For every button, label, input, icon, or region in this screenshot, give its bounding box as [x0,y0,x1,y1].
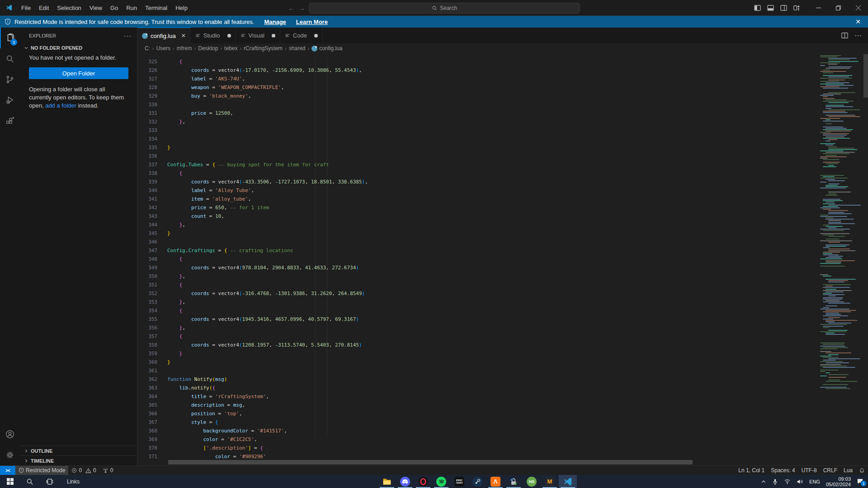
code-line[interactable]: 357 { [137,332,868,341]
menu-terminal[interactable]: Terminal [141,3,171,13]
tab-dirty-icon[interactable] [272,34,275,38]
activity-run-debug-icon[interactable] [0,90,20,111]
code-line[interactable]: 339 coords = vector4(-433.3506, -1727.10… [137,178,868,186]
code-line[interactable]: 367 style = { [137,418,868,427]
code-line[interactable]: 365 description = msg, [137,401,868,409]
outline-section-header[interactable]: OUTLINE [20,446,137,455]
code-line[interactable]: 358 coords = vector4(1208.1957, -3113.57… [137,341,868,349]
activity-search-icon[interactable] [0,48,20,69]
minimap[interactable] [820,53,862,465]
code-line[interactable]: 344 }, [137,221,868,229]
code-line[interactable]: 362function Notify(msg) [137,375,868,384]
breadcrumb-item[interactable]: config.lua [311,45,342,52]
taskbar-app-medal[interactable]: M [541,475,559,488]
code-line[interactable]: 366 position = 'top', [137,409,868,418]
tray-chevron-icon[interactable] [761,479,766,484]
taskbar-app-fivem[interactable]: Λ [486,475,505,488]
code-line[interactable]: 355 coords = vector4(1945.3416, 4657.099… [137,315,868,324]
cursor-position-status[interactable]: Ln 1, Col 1 [735,466,768,475]
code-line[interactable]: 329 buy = 'black_money', [137,92,868,100]
code-line[interactable]: 335} [137,143,868,152]
split-editor-icon[interactable] [841,32,848,39]
editor-more-actions-icon[interactable]: ··· [854,32,862,40]
code-line[interactable]: 354 { [137,306,868,315]
code-line[interactable]: 338 { [137,169,868,178]
breadcrumb-item[interactable]: mfrem [177,45,192,52]
account-icon[interactable] [0,424,20,445]
breadcrumb-item[interactable]: rCraftingSystem [244,45,283,52]
code-line[interactable]: 343 count = 10, [137,212,868,221]
language-indicator[interactable]: ENG [809,479,820,484]
menu-file[interactable]: File [17,3,35,13]
breadcrumb-item[interactable]: C: [145,45,150,52]
timeline-section-header[interactable]: TIMELINE [20,455,137,465]
banner-close-icon[interactable]: ✕ [853,18,863,25]
code-line[interactable]: 356 }, [137,324,868,332]
breadcrumb-item[interactable]: Desktop [198,45,218,52]
code-line[interactable]: 347Config.Craftings = { -- crafting loca… [137,246,868,255]
add-folder-link[interactable]: add a folder [45,102,76,109]
menu-run[interactable]: Run [122,3,141,13]
wifi-icon[interactable] [784,479,791,484]
clock[interactable]: 09:03 05/02/2024 [826,476,851,487]
no-folder-section-header[interactable]: NO FOLDER OPENED [20,43,137,52]
code-area[interactable]: 325 {326 coords = vector4(-17.0170, -215… [137,53,868,465]
code-line[interactable]: 353 }, [137,298,868,306]
tab-close-icon[interactable]: ✕ [181,33,186,39]
code-line[interactable]: 328 weapon = 'WEAPON_COMPACTRIFLE', [137,83,868,92]
code-line[interactable]: 327 label = 'AKS-74U', [137,75,868,83]
nav-back-icon[interactable]: ← [288,4,295,12]
toggle-panel-icon[interactable] [767,5,774,11]
activity-explorer-icon[interactable]: 3 [0,28,20,48]
tab-config-lua[interactable]: config.lua✕ [137,28,191,43]
vertical-scrollbar[interactable] [863,54,868,98]
tab-dirty-icon[interactable] [314,34,318,38]
restricted-mode-status[interactable]: Restricted Mode [15,466,68,475]
code-line[interactable]: 359 } [137,349,868,358]
nav-forward-icon[interactable]: → [298,4,305,12]
search-input[interactable]: Search [309,3,580,14]
language-mode-status[interactable]: Lua [840,466,856,475]
menu-selection[interactable]: Selection [53,3,85,13]
code-line[interactable]: 350 }, [137,272,868,281]
toggle-sidebar-icon[interactable] [754,5,761,11]
taskbar-app-epic-games[interactable]: EPICGAMES [450,475,468,488]
code-line[interactable]: 325 { [137,57,868,66]
code-line[interactable]: 342 price = 650, -- for 1 item [137,203,868,212]
code-line[interactable]: 337Config.Tubes = { -- buying spot for t… [137,160,868,169]
code-line[interactable]: 348 { [137,255,868,263]
remote-indicator[interactable]: >< [0,466,15,475]
code-line[interactable]: 345} [137,229,868,238]
microphone-icon[interactable] [772,479,778,485]
code-line[interactable]: 360} [137,358,868,366]
code-line[interactable]: 341 item = 'alloy_tube', [137,195,868,203]
code-line[interactable]: 340 label = 'Alloy Tube', [137,186,868,195]
menu-go[interactable]: Go [106,3,122,13]
code-line[interactable]: 363 lib.notify({ [137,384,868,392]
taskbar-app-file-explorer[interactable] [378,475,396,488]
explorer-actions-icon[interactable]: ··· [124,32,132,39]
taskbar-app-discord[interactable] [396,475,414,488]
eol-status[interactable]: CRLF [820,466,840,475]
close-button[interactable] [848,0,868,16]
activity-extensions-icon[interactable] [0,111,20,131]
errors-warnings-status[interactable]: 0 0 [68,466,99,475]
breadcrumb[interactable]: C:›Users›mfrem›Desktop›tebex›rCraftingSy… [137,43,868,53]
open-folder-button[interactable]: Open Folder [29,67,128,79]
taskbar-app-vscode[interactable] [559,475,577,488]
taskbar-app-vpn-lock[interactable] [505,475,523,488]
tab-code[interactable]: Code [280,28,323,43]
code-line[interactable]: 336 [137,152,868,160]
task-view-icon[interactable] [40,475,60,488]
notification-center-icon[interactable]: 1 [857,478,863,485]
code-line[interactable]: 352 coords = vector4(-316.4768, -1301.93… [137,289,868,298]
settings-gear-icon[interactable] [0,445,20,465]
code-line[interactable]: 346 [137,238,868,246]
tab-dirty-icon[interactable] [227,34,231,38]
code-line[interactable]: 369 color = '#C1C2C5', [137,435,868,444]
breadcrumb-item[interactable]: shared [289,45,306,52]
customize-layout-icon[interactable] [793,5,800,11]
code-line[interactable]: 332 }, [137,117,868,126]
code-line[interactable]: 326 coords = vector4(-17.0170, -2156.690… [137,66,868,75]
menu-help[interactable]: Help [171,3,192,13]
